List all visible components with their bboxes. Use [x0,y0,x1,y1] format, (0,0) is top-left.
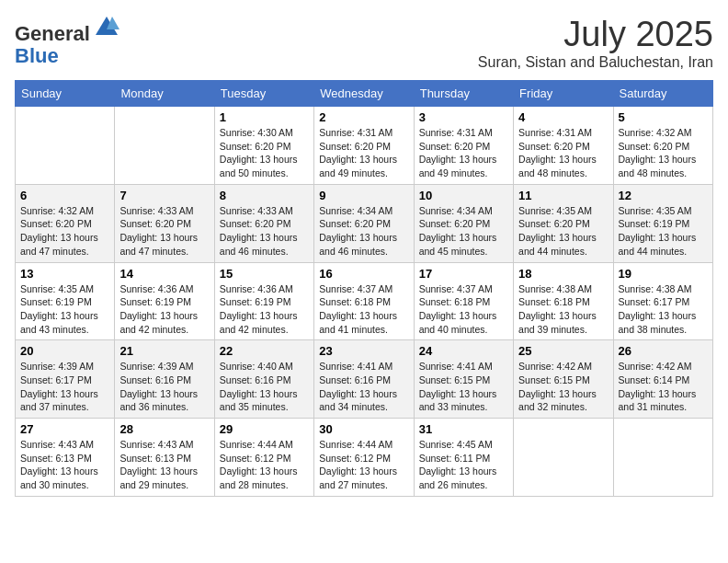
calendar-cell: 9Sunrise: 4:34 AM Sunset: 6:20 PM Daylig… [314,184,414,262]
calendar-cell: 2Sunrise: 4:31 AM Sunset: 6:20 PM Daylig… [314,107,414,185]
day-number: 25 [518,344,608,358]
day-info: Sunrise: 4:38 AM Sunset: 6:17 PM Dayligh… [619,282,708,337]
calendar-cell: 31Sunrise: 4:45 AM Sunset: 6:11 PM Dayli… [414,419,513,497]
day-info: Sunrise: 4:34 AM Sunset: 6:20 PM Dayligh… [319,204,408,259]
calendar-cell: 8Sunrise: 4:33 AM Sunset: 6:20 PM Daylig… [214,184,313,262]
calendar-cell: 14Sunrise: 4:36 AM Sunset: 6:19 PM Dayli… [115,262,214,340]
location-title: Suran, Sistan and Baluchestan, Iran [478,54,713,71]
month-title: July 2025 [478,15,713,54]
day-info: Sunrise: 4:37 AM Sunset: 6:18 PM Dayligh… [419,282,508,337]
calendar-day-header: Tuesday [214,81,313,107]
day-number: 12 [619,189,708,202]
calendar-cell: 18Sunrise: 4:38 AM Sunset: 6:18 PM Dayli… [514,262,613,340]
calendar-day-header: Monday [115,81,214,107]
day-info: Sunrise: 4:32 AM Sunset: 6:20 PM Dayligh… [20,204,109,259]
day-number: 26 [619,344,708,358]
day-number: 4 [518,110,608,124]
day-number: 30 [319,422,408,436]
day-info: Sunrise: 4:33 AM Sunset: 6:20 PM Dayligh… [119,204,209,259]
day-info: Sunrise: 4:35 AM Sunset: 6:19 PM Dayligh… [619,204,708,259]
day-number: 7 [119,189,209,202]
calendar-day-header: Wednesday [314,81,414,107]
calendar-cell [613,419,712,497]
calendar-cell: 20Sunrise: 4:39 AM Sunset: 6:17 PM Dayli… [16,340,115,419]
calendar-cell: 27Sunrise: 4:43 AM Sunset: 6:13 PM Dayli… [16,419,115,497]
calendar-cell: 26Sunrise: 4:42 AM Sunset: 6:14 PM Dayli… [613,340,712,419]
calendar-cell: 30Sunrise: 4:44 AM Sunset: 6:12 PM Dayli… [314,419,414,497]
day-number: 21 [119,344,209,358]
calendar-cell: 21Sunrise: 4:39 AM Sunset: 6:16 PM Dayli… [115,340,214,419]
calendar-cell: 28Sunrise: 4:43 AM Sunset: 6:13 PM Dayli… [115,419,214,497]
day-info: Sunrise: 4:42 AM Sunset: 6:14 PM Dayligh… [619,360,708,414]
calendar-cell: 15Sunrise: 4:36 AM Sunset: 6:19 PM Dayli… [214,262,313,340]
page-header: General Blue July 2025 Suran, Sistan and… [15,15,713,71]
calendar-day-header: Saturday [613,81,712,107]
day-number: 18 [518,267,608,281]
calendar-cell: 17Sunrise: 4:37 AM Sunset: 6:18 PM Dayli… [414,262,513,340]
day-info: Sunrise: 4:44 AM Sunset: 6:12 PM Dayligh… [220,438,309,492]
day-info: Sunrise: 4:43 AM Sunset: 6:13 PM Dayligh… [119,438,209,492]
day-number: 13 [20,267,109,281]
day-number: 27 [20,422,109,436]
calendar-cell: 23Sunrise: 4:41 AM Sunset: 6:16 PM Dayli… [314,340,414,419]
day-info: Sunrise: 4:44 AM Sunset: 6:12 PM Dayligh… [319,438,408,492]
day-number: 24 [419,344,508,358]
day-number: 22 [220,344,309,358]
calendar-week-row: 20Sunrise: 4:39 AM Sunset: 6:17 PM Dayli… [16,340,713,419]
logo-icon [94,15,119,40]
day-info: Sunrise: 4:32 AM Sunset: 6:20 PM Dayligh… [619,126,708,180]
day-info: Sunrise: 4:39 AM Sunset: 6:17 PM Dayligh… [20,360,109,414]
calendar-cell: 12Sunrise: 4:35 AM Sunset: 6:19 PM Dayli… [613,184,712,262]
day-number: 3 [419,110,508,124]
day-number: 10 [419,189,508,202]
day-info: Sunrise: 4:37 AM Sunset: 6:18 PM Dayligh… [319,282,408,337]
logo-blue-text: Blue [15,44,59,67]
day-info: Sunrise: 4:34 AM Sunset: 6:20 PM Dayligh… [419,204,508,259]
day-info: Sunrise: 4:41 AM Sunset: 6:16 PM Dayligh… [319,360,408,414]
day-info: Sunrise: 4:38 AM Sunset: 6:18 PM Dayligh… [518,282,608,337]
calendar-cell [115,107,214,185]
calendar-cell [514,419,613,497]
day-number: 19 [619,267,708,281]
calendar-day-header: Sunday [16,81,115,107]
day-number: 11 [518,189,608,202]
day-number: 5 [619,110,708,124]
title-block: July 2025 Suran, Sistan and Baluchestan,… [478,15,713,71]
calendar-body: 1Sunrise: 4:30 AM Sunset: 6:20 PM Daylig… [16,107,713,497]
day-info: Sunrise: 4:30 AM Sunset: 6:20 PM Dayligh… [220,126,309,180]
day-info: Sunrise: 4:31 AM Sunset: 6:20 PM Dayligh… [319,126,408,180]
calendar-cell: 1Sunrise: 4:30 AM Sunset: 6:20 PM Daylig… [214,107,313,185]
day-number: 20 [20,344,109,358]
day-info: Sunrise: 4:45 AM Sunset: 6:11 PM Dayligh… [419,438,508,492]
calendar-week-row: 6Sunrise: 4:32 AM Sunset: 6:20 PM Daylig… [16,184,713,262]
day-number: 29 [220,422,309,436]
day-info: Sunrise: 4:39 AM Sunset: 6:16 PM Dayligh… [119,360,209,414]
calendar-week-row: 1Sunrise: 4:30 AM Sunset: 6:20 PM Daylig… [16,107,713,185]
calendar-cell: 7Sunrise: 4:33 AM Sunset: 6:20 PM Daylig… [115,184,214,262]
calendar-cell: 5Sunrise: 4:32 AM Sunset: 6:20 PM Daylig… [613,107,712,185]
calendar-cell: 24Sunrise: 4:41 AM Sunset: 6:15 PM Dayli… [414,340,513,419]
day-info: Sunrise: 4:41 AM Sunset: 6:15 PM Dayligh… [419,360,508,414]
day-info: Sunrise: 4:35 AM Sunset: 6:20 PM Dayligh… [518,204,608,259]
day-info: Sunrise: 4:33 AM Sunset: 6:20 PM Dayligh… [220,204,309,259]
day-info: Sunrise: 4:31 AM Sunset: 6:20 PM Dayligh… [419,126,508,180]
day-info: Sunrise: 4:43 AM Sunset: 6:13 PM Dayligh… [20,438,109,492]
calendar-cell: 19Sunrise: 4:38 AM Sunset: 6:17 PM Dayli… [613,262,712,340]
calendar-cell: 11Sunrise: 4:35 AM Sunset: 6:20 PM Dayli… [514,184,613,262]
day-number: 6 [20,189,109,202]
calendar-day-header: Friday [514,81,613,107]
day-number: 15 [220,267,309,281]
day-number: 31 [419,422,508,436]
day-number: 16 [319,267,408,281]
day-number: 14 [119,267,209,281]
calendar-cell: 4Sunrise: 4:31 AM Sunset: 6:20 PM Daylig… [514,107,613,185]
calendar-cell: 13Sunrise: 4:35 AM Sunset: 6:19 PM Dayli… [16,262,115,340]
calendar-header-row: SundayMondayTuesdayWednesdayThursdayFrid… [16,81,713,107]
day-info: Sunrise: 4:40 AM Sunset: 6:16 PM Dayligh… [220,360,309,414]
day-number: 8 [220,189,309,202]
day-number: 28 [119,422,209,436]
day-info: Sunrise: 4:35 AM Sunset: 6:19 PM Dayligh… [20,282,109,337]
calendar-cell: 25Sunrise: 4:42 AM Sunset: 6:15 PM Dayli… [514,340,613,419]
calendar-cell: 6Sunrise: 4:32 AM Sunset: 6:20 PM Daylig… [16,184,115,262]
calendar-week-row: 13Sunrise: 4:35 AM Sunset: 6:19 PM Dayli… [16,262,713,340]
